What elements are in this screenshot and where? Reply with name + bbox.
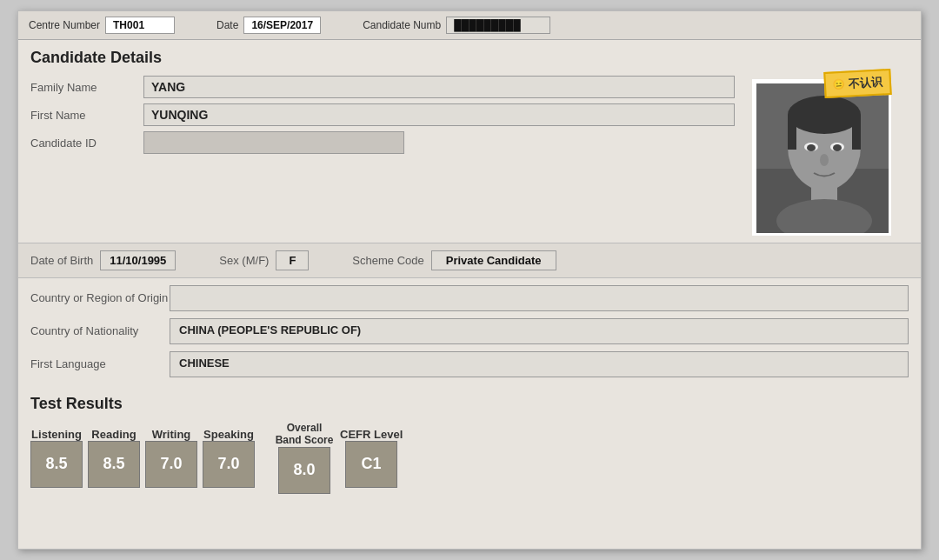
candidate-id-row: Candidate ID xyxy=(30,131,735,154)
writing-group: Writing 7.0 xyxy=(145,428,197,488)
family-name-value: YANG xyxy=(143,76,735,98)
writing-label: Writing xyxy=(152,428,191,441)
country-language-section: Country or Region of Origin Country of N… xyxy=(18,282,921,388)
family-name-label: Family Name xyxy=(30,81,143,94)
candidate-id-label: Candidate ID xyxy=(30,137,143,150)
svg-point-11 xyxy=(807,144,816,151)
candidate-details-title: Candidate Details xyxy=(18,40,921,72)
candidate-number-field: Candidate Numb █████████ xyxy=(363,17,550,34)
reading-score: 8.5 xyxy=(88,441,140,488)
document: Centre Number TH001 Date 16/SEP/2017 Can… xyxy=(17,10,922,550)
overall-score: 8.0 xyxy=(278,447,330,494)
sex-label: Sex (M/F) xyxy=(219,254,269,267)
country-nationality-value: CHINA (PEOPLE'S REPUBLIC OF) xyxy=(170,318,909,344)
centre-number-field: Centre Number TH001 xyxy=(29,17,175,34)
photo-svg xyxy=(755,82,891,236)
speaking-score: 7.0 xyxy=(203,441,255,488)
cefr-value: C1 xyxy=(345,441,397,488)
dob-label: Date of Birth xyxy=(30,254,93,267)
first-name-row: First Name YUNQING xyxy=(30,103,735,126)
candidate-number-label: Candidate Numb xyxy=(363,19,441,31)
listening-label: Listening xyxy=(31,428,82,441)
scheme-code-field: Scheme Code Private Candidate xyxy=(352,250,556,270)
speaking-label: Speaking xyxy=(203,428,254,441)
middle-section: Date of Birth 11/10/1995 Sex (M/F) F Sch… xyxy=(18,243,921,278)
centre-number-value: TH001 xyxy=(105,17,175,34)
cefr-label: CEFR Level xyxy=(340,428,403,441)
writing-score: 7.0 xyxy=(145,441,197,488)
scheme-code-value: Private Candidate xyxy=(431,250,556,270)
first-name-value: YUNQING xyxy=(143,103,735,126)
candidate-form-area: Family Name YANG First Name YUNQING Cand… xyxy=(18,72,921,239)
first-language-value: CHINESE xyxy=(170,351,909,377)
country-nationality-label: Country of Nationality xyxy=(30,324,170,339)
svg-rect-7 xyxy=(788,115,796,150)
test-results-section: Test Results Listening 8.5 Reading 8.5 W… xyxy=(18,388,921,497)
cefr-group: CEFR Level C1 xyxy=(340,428,403,488)
sticker-text: 不认识 xyxy=(849,76,883,90)
date-label: Date xyxy=(216,19,238,31)
candidate-photo xyxy=(752,79,891,236)
scores-container: Listening 8.5 Reading 8.5 Writing 7.0 Sp… xyxy=(30,422,909,494)
overall-group: Overall Band Score 8.0 xyxy=(274,422,335,494)
form-right: 😑 不认识 xyxy=(735,76,909,236)
sticker: 😑 不认识 xyxy=(824,69,892,98)
photo-area: 😑 不认识 xyxy=(752,79,891,236)
header-row: Centre Number TH001 Date 16/SEP/2017 Can… xyxy=(18,11,921,40)
country-origin-row: Country or Region of Origin xyxy=(30,285,909,311)
centre-number-label: Centre Number xyxy=(29,19,100,31)
listening-score: 8.5 xyxy=(30,441,83,488)
country-nationality-row: Country of Nationality CHINA (PEOPLE'S R… xyxy=(30,318,909,344)
svg-point-12 xyxy=(833,144,842,151)
reading-group: Reading 8.5 xyxy=(88,428,140,488)
candidate-id-value xyxy=(143,131,404,154)
test-results-title: Test Results xyxy=(30,395,909,413)
reading-label: Reading xyxy=(91,428,136,441)
svg-point-13 xyxy=(820,154,829,166)
family-name-row: Family Name YANG xyxy=(30,76,735,98)
speaking-group: Speaking 7.0 xyxy=(203,428,255,488)
dob-field: Date of Birth 11/10/1995 xyxy=(30,250,176,270)
overall-label: Overall Band Score xyxy=(274,422,335,447)
first-language-row: First Language CHINESE xyxy=(30,351,909,377)
dob-value: 11/10/1995 xyxy=(100,250,176,270)
svg-rect-8 xyxy=(852,115,861,150)
sex-value: F xyxy=(276,250,309,270)
svg-point-6 xyxy=(788,96,861,134)
listening-group: Listening 8.5 xyxy=(30,428,83,488)
first-language-label: First Language xyxy=(30,357,170,372)
date-value: 16/SEP/2017 xyxy=(243,17,321,34)
candidate-number-value: █████████ xyxy=(446,17,550,34)
country-origin-value xyxy=(170,285,909,311)
first-name-label: First Name xyxy=(30,109,143,122)
sex-field: Sex (M/F) F xyxy=(219,250,309,270)
scheme-code-label: Scheme Code xyxy=(352,254,423,267)
country-origin-label: Country or Region of Origin xyxy=(30,291,170,306)
info-row: Date of Birth 11/10/1995 Sex (M/F) F Sch… xyxy=(30,250,909,270)
date-field: Date 16/SEP/2017 xyxy=(216,17,321,34)
form-left: Family Name YANG First Name YUNQING Cand… xyxy=(30,76,735,236)
